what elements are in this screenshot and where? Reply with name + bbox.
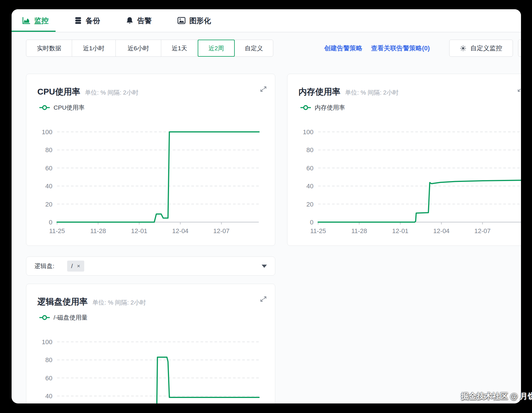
image-icon: [177, 16, 186, 25]
chart-title: 逻辑盘使用率: [37, 296, 88, 308]
tab-label: 告警: [137, 16, 152, 25]
custom-monitor-label: 自定义监控: [470, 44, 502, 53]
svg-text:12-07: 12-07: [474, 227, 491, 235]
disk-filter-tag[interactable]: / ×: [67, 261, 84, 272]
tab-backup[interactable]: 备份: [74, 16, 100, 25]
svg-text:100: 100: [42, 338, 52, 346]
tab-monitoring[interactable]: 监控: [22, 16, 49, 25]
svg-text:12-01: 12-01: [131, 227, 147, 235]
dropdown-caret-icon[interactable]: [262, 265, 267, 268]
tab-label: 图形化: [189, 16, 211, 25]
time-button-custom[interactable]: 自定义: [234, 40, 273, 57]
time-button-1d[interactable]: 近1天: [161, 40, 198, 57]
tabbar-divider: [12, 32, 521, 32]
svg-text:20: 20: [307, 201, 313, 208]
area-chart-icon: [22, 16, 31, 25]
gear-icon: [460, 45, 466, 51]
expand-icon[interactable]: [517, 86, 521, 93]
svg-text:80: 80: [307, 146, 313, 154]
svg-text:20: 20: [45, 201, 52, 208]
legend-label: CPU使用率: [54, 104, 85, 112]
svg-text:11-25: 11-25: [310, 227, 326, 235]
expand-icon[interactable]: [260, 86, 267, 93]
tag-value: /: [71, 263, 73, 270]
logical-disk-filter-bar: 逻辑盘: / ×: [26, 257, 275, 276]
legend-label: 内存使用率: [315, 104, 345, 112]
chart-subtitle: 单位: % 间隔: 2小时: [92, 298, 146, 307]
svg-text:12-07: 12-07: [213, 227, 230, 235]
top-tab-bar: 监控 备份 告警 图形化: [12, 9, 521, 32]
time-button-1h[interactable]: 近1小时: [72, 40, 116, 57]
chart-subtitle: 单位: % 间隔: 2小时: [345, 89, 399, 97]
svg-text:0: 0: [49, 219, 52, 226]
svg-text:80: 80: [45, 356, 52, 364]
svg-text:40: 40: [307, 182, 313, 190]
svg-text:11-28: 11-28: [90, 227, 106, 235]
legend-memory-usage[interactable]: 内存使用率: [300, 104, 345, 112]
svg-text:40: 40: [45, 392, 52, 400]
svg-text:11-28: 11-28: [351, 227, 367, 235]
line-series-marker-icon: [39, 315, 50, 320]
cpu-usage-card: 02040608010011-2511-2812-0112-0412-07 CP…: [26, 74, 275, 246]
tab-label: 备份: [86, 16, 100, 25]
partial-button[interactable]: [518, 40, 521, 57]
legend-label: /-磁盘使用量: [54, 314, 88, 322]
svg-text:60: 60: [45, 165, 52, 172]
svg-text:100: 100: [42, 128, 52, 136]
svg-text:60: 60: [45, 375, 52, 382]
svg-text:11-25: 11-25: [49, 227, 65, 235]
tab-label: 监控: [34, 16, 49, 25]
time-button-realtime[interactable]: 实时数据: [26, 40, 72, 57]
database-icon: [74, 16, 82, 25]
tag-close-icon[interactable]: ×: [77, 263, 80, 269]
create-alarm-policy-link[interactable]: 创建告警策略: [324, 44, 362, 53]
alarm-policy-links: 创建告警策略 查看关联告警策略(0): [324, 40, 430, 57]
tab-alerts[interactable]: 告警: [126, 16, 152, 25]
line-series-marker-icon: [39, 105, 50, 110]
svg-text:40: 40: [45, 182, 52, 190]
bell-icon: [126, 16, 134, 25]
svg-text:12-01: 12-01: [392, 227, 408, 235]
legend-disk-usage[interactable]: /-磁盘使用量: [39, 314, 88, 322]
filter-label: 逻辑盘:: [34, 262, 54, 270]
line-series-marker-icon: [300, 105, 311, 110]
svg-text:0: 0: [310, 219, 313, 226]
app-panel: 监控 备份 告警 图形化: [12, 9, 521, 403]
svg-text:60: 60: [307, 165, 313, 172]
chart-subtitle: 单位: % 间隔: 2小时: [85, 89, 139, 97]
legend-cpu-usage[interactable]: CPU使用率: [39, 104, 85, 112]
expand-icon[interactable]: [260, 296, 267, 303]
svg-text:12-04: 12-04: [172, 227, 188, 235]
view-alarm-policy-link[interactable]: 查看关联告警策略(0): [371, 44, 430, 53]
time-range-segmented-control: 实时数据 近1小时 近6小时 近1天 近2周 自定义: [26, 40, 273, 57]
chart-title: CPU使用率: [37, 86, 80, 98]
memory-usage-card: 02040608010011-2511-2812-0112-0412-07 内存…: [287, 74, 521, 246]
chart-title: 内存使用率: [298, 86, 340, 98]
tab-graphing[interactable]: 图形化: [177, 16, 211, 25]
memory-usage-chart[interactable]: 02040608010011-2511-2812-0112-0412-07: [287, 74, 521, 246]
custom-monitor-button[interactable]: 自定义监控: [449, 40, 513, 57]
disk-usage-card: 02040608010011-2511-2812-0112-0412-07 逻辑…: [26, 284, 275, 403]
time-button-6h[interactable]: 近6小时: [115, 40, 161, 57]
svg-text:80: 80: [45, 146, 52, 154]
svg-text:12-04: 12-04: [433, 227, 450, 235]
cpu-usage-chart[interactable]: 02040608010011-2511-2812-0112-0412-07: [26, 74, 275, 246]
svg-text:100: 100: [303, 128, 313, 136]
time-button-2w[interactable]: 近2周: [198, 40, 235, 57]
watermark: 掘金技术社区 @ 月饼: [461, 391, 532, 401]
